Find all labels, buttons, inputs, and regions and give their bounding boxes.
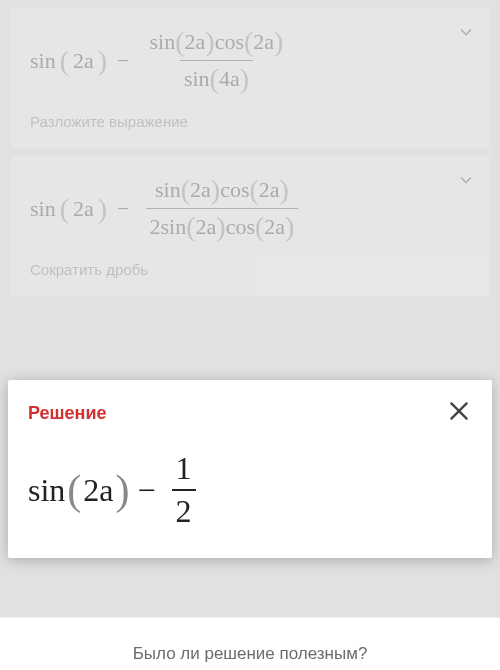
arg: 2a: [83, 472, 113, 509]
modal-scrim: [0, 0, 500, 670]
feedback-prompt: Было ли решение полезным?: [0, 617, 500, 670]
solution-expression: sin ( 2a ) − 1 2: [28, 450, 472, 530]
denominator: 2: [172, 489, 196, 530]
fraction: 1 2: [172, 450, 196, 530]
minus-sign: −: [138, 472, 156, 509]
paren-close: ): [116, 466, 130, 514]
close-icon[interactable]: [446, 398, 472, 428]
paren-open: (: [67, 466, 81, 514]
numerator: 1: [172, 450, 196, 489]
fn-sin: sin: [28, 472, 65, 509]
solution-card: Решение sin ( 2a ) − 1 2: [8, 380, 492, 558]
solution-title: Решение: [28, 403, 107, 424]
